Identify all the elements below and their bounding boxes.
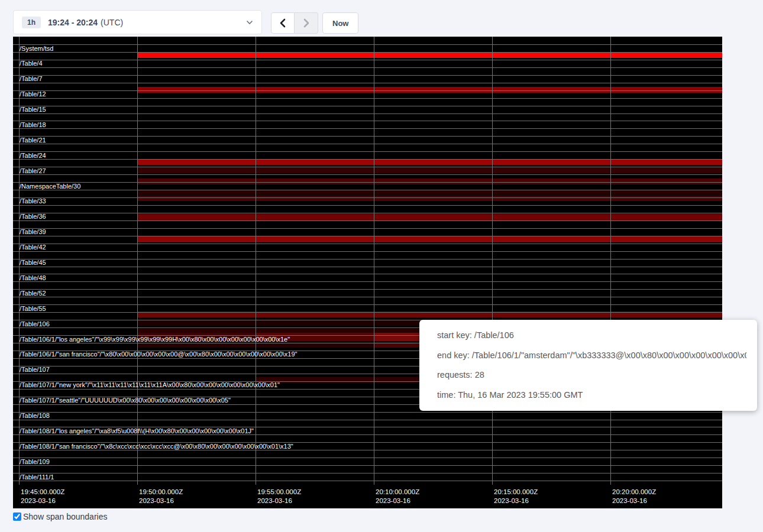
row-label: /Table/108: [20, 412, 50, 419]
tooltip-end-key: end key: /Table/106/1/"amsterdam"/"\xb33…: [437, 346, 746, 366]
show-span-boundaries-label: Show span boundaries: [23, 512, 107, 521]
span-boundary-line: [13, 244, 722, 244]
row-label: /Table/15: [20, 106, 46, 113]
span-boundary-line: [13, 228, 722, 229]
range-shortcut-badge: 1h: [22, 17, 41, 28]
row-label: /Table/52: [20, 290, 46, 297]
heat-band: [137, 214, 722, 220]
row-label: /Table/39: [20, 228, 46, 235]
tooltip-time: time: Thu, 16 Mar 2023 19:55:00 GMT: [437, 385, 746, 406]
span-boundary-line: [13, 312, 722, 313]
key-visualizer-canvas[interactable]: /System/tsd/Table/4/Table/7/Table/12/Tab…: [13, 37, 722, 508]
row-label: /Table/107/1/"seattle"/"UUUUUUD\x00\x80\…: [20, 397, 231, 404]
heat-band: [137, 167, 722, 173]
span-boundary-line: [13, 167, 722, 167]
span-boundary-line: [13, 90, 722, 91]
heat-band: [137, 159, 722, 165]
row-label: /Table/36: [20, 213, 46, 220]
span-boundary-line: [13, 281, 722, 282]
span-boundary-line: [13, 136, 722, 137]
row-label: /Table/33: [20, 197, 46, 205]
next-time-button[interactable]: [295, 12, 318, 34]
span-boundary-line: [13, 420, 722, 420]
span-boundary-line: [13, 190, 722, 190]
span-boundary-line: [13, 251, 722, 252]
row-label: /Table/106/1/"los angeles"/"\x99\x99\x99…: [20, 336, 290, 343]
x-axis-tick: 20:10:00.000Z2023-03-16: [376, 488, 419, 505]
span-boundary-line: [13, 144, 722, 144]
time-gridline: [610, 37, 611, 485]
row-label: /System/tsd: [20, 45, 53, 52]
range-timezone: (UTC): [101, 18, 123, 27]
row-label: /Table/21: [20, 137, 46, 144]
heat-band: [137, 179, 722, 184]
row-label: /Table/108/1/"los angeles"/"\xa8\xf5\u00…: [20, 427, 254, 434]
span-boundary-line: [13, 458, 722, 458]
x-axis-tick: 19:50:00.000Z2023-03-16: [139, 488, 183, 505]
time-gridline: [256, 37, 256, 485]
span-boundary-line: [13, 197, 722, 198]
span-boundary-line: [13, 220, 722, 221]
span-boundary-line: [13, 450, 722, 450]
chevron-down-icon: [246, 20, 253, 25]
x-axis-tick: 19:45:00.000Z2023-03-16: [21, 488, 64, 505]
time-range-select[interactable]: 1h 19:24 - 20:24 (UTC): [13, 10, 262, 34]
span-boundary-line: [13, 182, 722, 183]
heat-band: [137, 190, 722, 195]
row-label: /Table/107: [20, 366, 50, 373]
span-boundary-line: [13, 465, 722, 466]
row-label: /Table/42: [20, 244, 46, 251]
span-boundary-line: [13, 83, 722, 83]
span-boundary-line: [13, 159, 722, 160]
heat-band: [137, 236, 722, 242]
row-label: /Table/107/1/"new york"/"\x11\x11\x11\x1…: [20, 381, 280, 388]
range-label: 19:24 - 20:24: [48, 18, 98, 27]
span-boundary-line: [13, 174, 722, 175]
time-gridline: [492, 37, 493, 485]
span-boundary-line: [13, 236, 722, 236]
span-boundary-line: [13, 60, 722, 60]
span-boundary-line: [13, 434, 722, 435]
chevron-left-icon: [279, 18, 286, 28]
row-label: /Table/106: [20, 320, 50, 327]
row-label: /Table/55: [20, 305, 46, 312]
chevron-right-icon: [303, 18, 310, 28]
time-nav-group: [271, 12, 318, 34]
heat-band: [137, 53, 722, 58]
span-boundary-line: [13, 304, 722, 305]
tooltip-requests: requests: 28: [437, 365, 746, 385]
span-boundary-line: [13, 213, 722, 213]
span-boundary-line: [13, 289, 722, 290]
row-label: /Table/48: [20, 274, 46, 281]
time-gridline: [374, 37, 374, 485]
x-axis-tick: 20:15:00.000Z2023-03-16: [494, 488, 538, 505]
x-axis-tick: 20:20:00.000Z2023-03-16: [612, 488, 656, 505]
span-boundary-line: [13, 75, 722, 76]
prev-time-button[interactable]: [271, 12, 295, 34]
row-label: /Table/27: [20, 167, 46, 174]
span-boundary-line: [13, 151, 722, 152]
heat-band: [137, 196, 722, 201]
span-boundary-line: [13, 205, 722, 206]
span-boundary-line: [13, 473, 722, 473]
span-boundary-line: [13, 128, 722, 129]
row-label: /Table/18: [20, 121, 46, 128]
footer-options: Show span boundaries: [13, 512, 107, 521]
span-boundary-line: [13, 267, 722, 267]
row-label: /Table/12: [20, 90, 46, 98]
row-label: /NamespaceTable/30: [20, 183, 80, 190]
span-boundary-line: [13, 274, 722, 274]
row-label: /Table/4: [20, 60, 43, 67]
span-boundary-line: [13, 52, 722, 53]
row-label: /Table/109: [20, 458, 50, 465]
show-span-boundaries-checkbox[interactable]: [13, 512, 21, 521]
span-boundary-line: [13, 106, 722, 106]
span-boundary-line: [13, 412, 722, 413]
row-label: /Table/108/1/"san francisco"/"\x8c\xcc\x…: [20, 443, 293, 450]
span-boundary-line: [13, 481, 722, 481]
span-boundary-line: [13, 113, 722, 114]
span-boundary-line: [13, 98, 722, 99]
row-label: /Table/106/1/"san francisco"/"\x80\x00\x…: [20, 351, 298, 358]
row-label: /Table/7: [20, 75, 43, 82]
now-button[interactable]: Now: [322, 12, 358, 34]
